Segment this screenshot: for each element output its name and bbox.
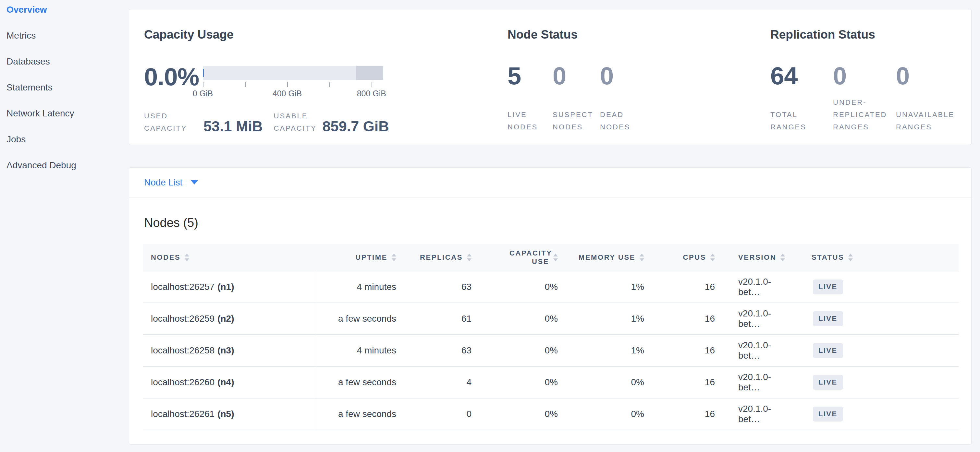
node-id: (n3) [217, 345, 234, 356]
cell-uptime: a few seconds [316, 398, 399, 430]
sort-down-arrow [640, 259, 644, 261]
metric-value: 64 [770, 63, 833, 89]
cell-memory-use: 1% [560, 303, 647, 334]
cell-status: LIVE [792, 398, 959, 430]
total-ranges-metric: 64TOTAL RANGES [770, 63, 833, 133]
table-row[interactable]: localhost:26257(n1)4 minutes630%1%16v20.… [143, 271, 959, 303]
cell-memory-use: 0% [560, 367, 647, 398]
sidebar-item-advanced-debug[interactable]: Advanced Debug [6, 152, 129, 178]
column-header-label: CPUS [683, 253, 706, 262]
sidebar-item-databases[interactable]: Databases [6, 49, 129, 75]
table-row[interactable]: localhost:26258(n3)4 minutes630%1%16v20.… [143, 335, 959, 367]
column-header-capacity-use[interactable]: CAPACITY USE [474, 244, 560, 271]
column-header-label: UPTIME [355, 253, 387, 262]
stat-value: 859.7 GiB [323, 119, 389, 134]
axis-tick [329, 82, 330, 87]
column-header-label: STATUS [811, 253, 844, 262]
cell-replicas: 61 [399, 303, 474, 334]
sort-up-arrow [467, 254, 471, 257]
capacity-axis-ticks [203, 82, 383, 87]
node-address: localhost:26258 [151, 345, 215, 356]
axis-tick [287, 82, 288, 87]
sort-up-arrow [392, 254, 396, 257]
node-status-title: Node Status [508, 28, 578, 41]
cell-node: localhost:26261(n5) [143, 398, 316, 430]
metric-label: UNAVAILABLE RANGES [896, 109, 958, 133]
cell-cpus: 16 [647, 367, 718, 398]
stat-label: USABLE CAPACITY [274, 110, 323, 135]
node-id: (n1) [217, 282, 234, 292]
cell-uptime: 4 minutes [316, 271, 399, 303]
cell-version: v20.1.0-bet… [718, 303, 792, 334]
table-row[interactable]: localhost:26260(n4)a few seconds40%0%16v… [143, 367, 959, 398]
column-header-status[interactable]: STATUS [792, 244, 959, 271]
metric-value: 0 [553, 63, 600, 89]
capacity-bar-used-segment [203, 69, 204, 77]
cell-cpus: 16 [647, 303, 718, 334]
dead-nodes-metric: 0DEAD NODES [600, 63, 665, 133]
sidebar-item-metrics[interactable]: Metrics [6, 23, 129, 49]
cell-node: localhost:26258(n3) [143, 335, 316, 366]
sidebar-item-statements[interactable]: Statements [6, 75, 129, 100]
axis-tick-label: 400 GiB [273, 89, 302, 98]
nodes-table-header: NODESUPTIMEREPLICASCAPACITY USEMEMORY US… [143, 244, 959, 271]
sort-up-arrow [640, 254, 644, 257]
sort-down-arrow [848, 259, 853, 261]
cell-node: localhost:26259(n2) [143, 303, 316, 334]
sidebar: OverviewMetricsDatabasesStatementsNetwor… [0, 0, 129, 452]
capacity-usage-section: Capacity Usage 0.0% 0 GiB400 GiB800 GiB … [144, 10, 504, 144]
sort-up-arrow [710, 254, 715, 257]
metric-label: TOTAL RANGES [770, 109, 833, 133]
cell-memory-use: 0% [560, 398, 647, 430]
used-capacity-stat: USED CAPACITY53.1 MiB [144, 110, 263, 135]
column-header-replicas[interactable]: REPLICAS [399, 244, 474, 271]
column-header-nodes[interactable]: NODES [143, 244, 316, 271]
cell-memory-use: 1% [560, 271, 647, 303]
sidebar-item-overview[interactable]: Overview [6, 0, 129, 23]
axis-tick-label: 0 GiB [193, 89, 213, 98]
under-replicated-ranges-metric: 0UNDER-REPLICATED RANGES [833, 63, 896, 133]
column-header-version[interactable]: VERSION [718, 244, 792, 271]
column-header-label: CAPACITY USE [509, 249, 549, 266]
node-address: localhost:26259 [151, 314, 215, 324]
replication-status-metrics: 64TOTAL RANGES0UNDER-REPLICATED RANGES0U… [770, 63, 974, 133]
capacity-percent-value: 0.0% [144, 64, 199, 90]
sidebar-item-network-latency[interactable]: Network Latency [6, 100, 129, 127]
metric-label: LIVE NODES [508, 109, 550, 133]
table-row[interactable]: localhost:26261(n5)a few seconds00%0%16v… [143, 398, 959, 430]
cell-node: localhost:26260(n4) [143, 367, 316, 398]
column-header-uptime[interactable]: UPTIME [316, 244, 399, 271]
cell-replicas: 63 [399, 271, 474, 303]
cell-status: LIVE [792, 367, 959, 398]
node-id: (n5) [217, 409, 234, 419]
node-list-dropdown[interactable]: Node List [129, 168, 971, 197]
node-status-metrics: 5LIVE NODES0SUSPECT NODES0DEAD NODES [508, 63, 665, 133]
cell-replicas: 63 [399, 335, 474, 366]
node-address: localhost:26257 [151, 282, 215, 292]
node-address: localhost:26261 [151, 409, 215, 419]
sort-down-arrow [553, 259, 558, 261]
sort-down-arrow [467, 259, 471, 261]
sort-icon [392, 254, 396, 261]
sort-icon [553, 254, 558, 261]
cell-status: LIVE [792, 271, 959, 303]
sort-down-arrow [710, 259, 715, 261]
cell-capacity-use: 0% [474, 271, 560, 303]
sort-icon [780, 254, 785, 261]
cell-version: v20.1.0-bet… [718, 367, 792, 398]
column-header-memory-use[interactable]: MEMORY USE [560, 244, 647, 271]
axis-tick-label: 800 GiB [357, 89, 386, 98]
axis-tick [203, 82, 204, 87]
metric-value: 0 [600, 63, 665, 89]
sidebar-item-jobs[interactable]: Jobs [6, 127, 129, 152]
sort-icon [640, 254, 644, 261]
sort-down-arrow [185, 259, 189, 261]
cell-version: v20.1.0-bet… [718, 271, 792, 303]
column-header-cpus[interactable]: CPUS [647, 244, 718, 271]
table-row[interactable]: localhost:26259(n2)a few seconds610%1%16… [143, 303, 959, 335]
live-nodes-metric: 5LIVE NODES [508, 63, 553, 133]
cell-replicas: 0 [399, 398, 474, 430]
node-id: (n2) [217, 314, 234, 324]
stat-label: USED CAPACITY [144, 110, 193, 135]
node-address: localhost:26260 [151, 377, 215, 387]
